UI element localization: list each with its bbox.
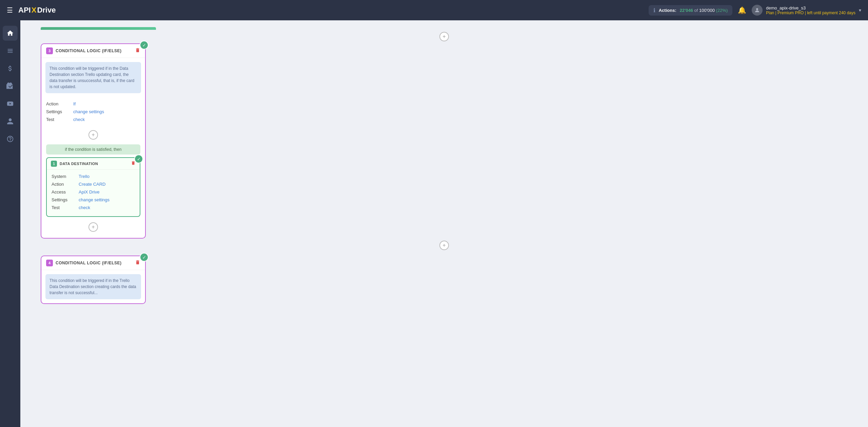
inner-block-check-badge: ✓ (134, 155, 143, 163)
condition-bar: if the condition is satisfied, then (46, 144, 140, 155)
inner-block-info-table: System Trello Action Create CARD Access … (47, 170, 140, 216)
inner-test-row: Test check (52, 204, 135, 211)
inner-settings-label: Settings (52, 197, 75, 202)
sidebar-item-home[interactable] (3, 26, 18, 41)
inner-access-label: Access (52, 189, 75, 195)
block3-action-value[interactable]: If (73, 101, 76, 106)
inner-action-label: Action (52, 182, 75, 187)
block3-test-row: Test check (46, 116, 140, 123)
actions-badge: ℹ Actions: 22'046 of 100'000 (22%) (649, 5, 733, 16)
main-layout: + ✓ 3 CONDITIONAL LOGIC (IF/ELSE) (0, 20, 868, 427)
inner-test-value[interactable]: check (79, 205, 90, 210)
inner-block-header: 1 DATA DESTINATION (47, 158, 140, 170)
block4-header: 4 CONDITIONAL LOGIC (IF/ELSE) (41, 256, 145, 270)
sidebar-item-profile[interactable] (3, 114, 18, 129)
logo: API X Drive (18, 6, 56, 15)
block4-description: This condition will be triggered if in t… (45, 274, 141, 299)
sidebar-item-youtube[interactable] (3, 96, 18, 111)
sidebar (0, 20, 20, 427)
connector-above-block3: + (34, 30, 854, 43)
actions-percent: (22%) (716, 8, 728, 13)
actions-current: 22'046 (680, 8, 693, 13)
block3-delete-button[interactable] (135, 47, 140, 54)
user-avatar (752, 5, 763, 16)
add-button-inner[interactable]: + (88, 130, 98, 140)
user-area: demo_apix-drive_s3 Plan | Premium PRO | … (752, 5, 861, 16)
block3-check-badge: ✓ (140, 41, 149, 49)
connector-inner-add: + (41, 128, 145, 142)
add-button-above-3[interactable]: + (439, 32, 449, 41)
canvas: + ✓ 3 CONDITIONAL LOGIC (IF/ELSE) (20, 20, 868, 427)
logo-api: API (18, 6, 31, 15)
inner-access-value[interactable]: ApiX Drive (79, 189, 99, 195)
inner-settings-row: Settings change settings (52, 196, 135, 204)
inner-action-row: Action Create CARD (52, 180, 135, 188)
block3-title: CONDITIONAL LOGIC (IF/ELSE) (56, 48, 132, 53)
hamburger-menu[interactable]: ☰ (7, 6, 13, 14)
chevron-down-icon[interactable]: ▾ (859, 7, 861, 13)
header-right: ℹ Actions: 22'046 of 100'000 (22%) 🔔 dem… (649, 5, 861, 16)
block3-action-row: Action If (46, 100, 140, 108)
block3-description: This condition will be triggered if in t… (45, 62, 141, 93)
connector-between-3-4: + (34, 239, 854, 252)
block-4-card: ✓ 4 CONDITIONAL LOGIC (IF/ELSE) This con… (41, 256, 146, 304)
block4-number: 4 (46, 260, 53, 266)
block3-header: 3 CONDITIONAL LOGIC (IF/ELSE) (41, 44, 145, 58)
block3-action-label: Action (46, 101, 70, 106)
inner-action-value[interactable]: Create CARD (79, 182, 105, 187)
user-name: demo_apix-drive_s3 (766, 5, 855, 11)
bell-icon[interactable]: 🔔 (738, 6, 746, 14)
inner-settings-value[interactable]: change settings (79, 197, 110, 202)
header-left: ☰ API X Drive (7, 6, 56, 15)
sidebar-item-tools[interactable] (3, 79, 18, 94)
info-icon: ℹ (653, 7, 655, 14)
block-3-card: ✓ 3 CONDITIONAL LOGIC (IF/ELSE) This con… (41, 43, 146, 239)
block3-info-table: Action If Settings change settings Test … (41, 97, 145, 128)
add-button-between-3-4[interactable]: + (439, 241, 449, 250)
add-button-bottom-block3[interactable]: + (88, 222, 98, 232)
block3-settings-value[interactable]: change settings (73, 109, 104, 114)
block4-check-badge: ✓ (140, 253, 149, 262)
block3-test-label: Test (46, 117, 70, 122)
inner-test-label: Test (52, 205, 75, 210)
block3-settings-label: Settings (46, 109, 70, 114)
svg-point-0 (756, 8, 758, 10)
inner-block-title: DATA DESTINATION (60, 162, 128, 166)
block4-delete-button[interactable] (135, 260, 140, 266)
block3-test-value[interactable]: check (73, 117, 85, 122)
content-area: + ✓ 3 CONDITIONAL LOGIC (IF/ELSE) (20, 20, 868, 427)
user-plan: Plan | Premium PRO | left until payment … (766, 11, 855, 15)
top-green-bar (41, 27, 156, 30)
sidebar-item-billing[interactable] (3, 61, 18, 76)
sidebar-item-connections[interactable] (3, 43, 18, 58)
inner-access-row: Access ApiX Drive (52, 188, 135, 196)
inner-block-data-destination: ✓ 1 DATA DESTINATION System Trello (46, 157, 140, 217)
inner-system-row: System Trello (52, 172, 135, 180)
inner-system-value[interactable]: Trello (79, 174, 90, 179)
block4-title: CONDITIONAL LOGIC (IF/ELSE) (56, 261, 132, 265)
logo-x: X (32, 6, 37, 15)
sidebar-item-help[interactable] (3, 131, 18, 146)
header: ☰ API X Drive ℹ Actions: 22'046 of 100'0… (0, 0, 868, 20)
actions-of-text: of (694, 8, 698, 13)
user-info: demo_apix-drive_s3 Plan | Premium PRO | … (766, 5, 855, 15)
logo-drive: Drive (37, 6, 56, 15)
inner-system-label: System (52, 174, 75, 179)
bottom-connector-block3: + (41, 220, 145, 235)
inner-block-number: 1 (51, 161, 57, 167)
block3-number: 3 (46, 47, 53, 54)
actions-count: 22'046 of 100'000 (22%) (680, 8, 728, 13)
actions-label: Actions: (659, 8, 676, 13)
actions-total: 100'000 (699, 8, 715, 13)
block3-settings-row: Settings change settings (46, 108, 140, 116)
